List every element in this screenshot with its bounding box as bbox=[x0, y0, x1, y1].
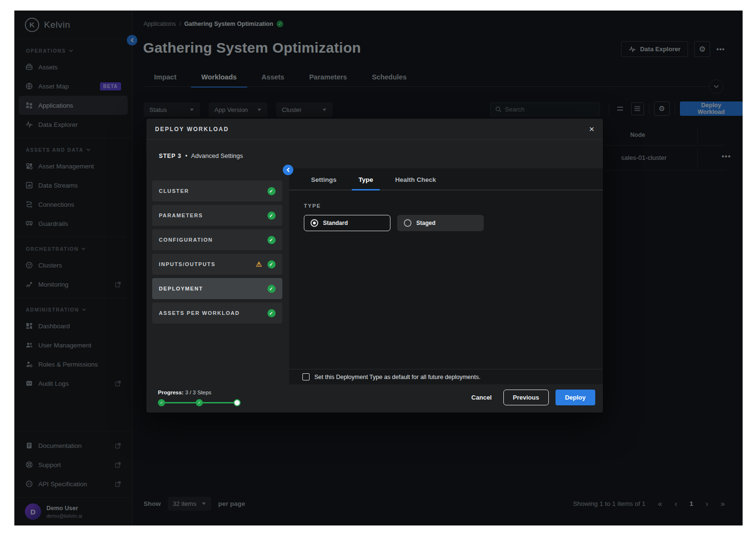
progress-value: 3 / 3 Steps bbox=[185, 390, 211, 395]
type-option-label: Standard bbox=[323, 220, 348, 226]
app-window: K Kelvin OPERATIONS Assets Asset Map BET… bbox=[14, 11, 743, 525]
chevron-left-icon bbox=[287, 168, 290, 172]
step-name: Advanced Settings bbox=[191, 152, 243, 159]
check-circle-icon: ✓ bbox=[267, 260, 276, 268]
modal-title: DEPLOY WORKLOAD bbox=[155, 126, 229, 133]
nav-card-label: CONFIGURATION bbox=[159, 237, 213, 243]
nav-card-label: INPUTS/OUTPUTS bbox=[159, 261, 215, 267]
deployment-panel: Settings Type Health Check TYPE Standard… bbox=[289, 168, 603, 384]
step-number: STEP 3 bbox=[159, 153, 181, 159]
previous-button[interactable]: Previous bbox=[503, 390, 549, 405]
deploy-button[interactable]: Deploy bbox=[556, 390, 595, 405]
page: K Kelvin OPERATIONS Assets Asset Map BET… bbox=[0, 0, 756, 536]
default-deployment-label: Set this Deployment Type as default for … bbox=[314, 374, 480, 380]
check-circle-icon: ✓ bbox=[267, 212, 276, 220]
tab-type[interactable]: Type bbox=[358, 176, 373, 190]
check-circle-icon: ✓ bbox=[267, 309, 276, 317]
panel-tabs: Settings Type Health Check bbox=[289, 168, 603, 190]
deploy-workload-modal: DEPLOY WORKLOAD × STEP 3 • Advanced Sett… bbox=[146, 119, 603, 413]
progress-label: Progress: bbox=[158, 390, 184, 395]
type-option-standard[interactable]: Standard bbox=[304, 215, 390, 231]
modal-header: DEPLOY WORKLOAD × bbox=[146, 119, 603, 140]
step-done-icon: ✓ bbox=[158, 399, 165, 406]
default-deployment-row: Set this Deployment Type as default for … bbox=[289, 369, 603, 384]
nav-card-deployment[interactable]: DEPLOYMENT ✓ bbox=[152, 278, 282, 299]
nav-card-parameters[interactable]: PARAMETERS ✓ bbox=[152, 205, 282, 226]
default-deployment-checkbox[interactable] bbox=[302, 373, 310, 380]
type-section: TYPE Standard Staged bbox=[289, 190, 603, 231]
nav-card-label: ASSETS PER WORKLOAD bbox=[159, 310, 240, 316]
nav-card-cluster[interactable]: CLUSTER ✓ bbox=[152, 180, 282, 201]
tab-health-check[interactable]: Health Check bbox=[395, 176, 436, 190]
step-bullet: • bbox=[185, 153, 187, 159]
check-circle-icon: ✓ bbox=[267, 285, 276, 293]
close-icon[interactable]: × bbox=[589, 124, 594, 134]
nav-card-label: CLUSTER bbox=[159, 188, 189, 194]
radio-unselected-icon bbox=[404, 219, 411, 227]
cancel-button[interactable]: Cancel bbox=[467, 394, 497, 401]
nav-card-assets-per-workload[interactable]: ASSETS PER WORKLOAD ✓ bbox=[152, 302, 282, 324]
check-circle-icon: ✓ bbox=[267, 187, 276, 195]
nav-card-inputs-outputs[interactable]: INPUTS/OUTPUTS ⚠ ✓ bbox=[152, 254, 282, 275]
type-heading: TYPE bbox=[304, 203, 603, 209]
type-options: Standard Staged bbox=[304, 215, 603, 231]
modal-step-nav: CLUSTER ✓ PARAMETERS ✓ CONFIGURATION ✓ I… bbox=[152, 180, 282, 324]
radio-selected-icon bbox=[311, 219, 318, 227]
tab-settings[interactable]: Settings bbox=[311, 176, 336, 190]
nav-card-label: PARAMETERS bbox=[159, 212, 203, 218]
step-done-icon: ✓ bbox=[196, 399, 203, 406]
type-option-label: Staged bbox=[416, 220, 435, 226]
modal-actions: Cancel Previous Deploy bbox=[467, 390, 595, 405]
step-current-icon bbox=[233, 399, 241, 406]
type-option-staged[interactable]: Staged bbox=[397, 215, 484, 231]
check-circle-icon: ✓ bbox=[267, 236, 276, 244]
progress-block: Progress: 3 / 3 Steps ✓ ✓ bbox=[158, 390, 241, 406]
progress-text: Progress: 3 / 3 Steps bbox=[158, 390, 241, 395]
warning-icon: ⚠ bbox=[256, 260, 263, 268]
progress-steps: ✓ ✓ bbox=[158, 399, 241, 406]
nav-card-configuration[interactable]: CONFIGURATION ✓ bbox=[152, 229, 282, 250]
panel-back-button[interactable] bbox=[283, 165, 293, 175]
step-heading: STEP 3 • Advanced Settings bbox=[159, 152, 243, 159]
nav-card-label: DEPLOYMENT bbox=[159, 286, 203, 291]
